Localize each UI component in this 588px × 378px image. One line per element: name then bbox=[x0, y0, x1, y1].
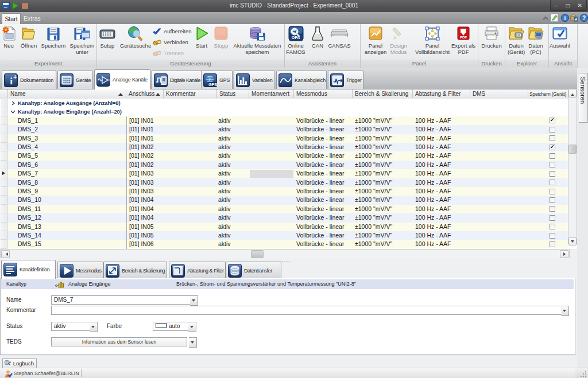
svg-text:+: + bbox=[13, 73, 17, 80]
svg-text:i: i bbox=[10, 76, 13, 87]
svg-text:imc: imc bbox=[4, 6, 7, 9]
svg-text:i: i bbox=[564, 15, 566, 21]
svg-text:GPS: GPS bbox=[208, 81, 217, 87]
svg-text:OFA: OFA bbox=[291, 36, 299, 40]
svg-text:PDF: PDF bbox=[460, 36, 467, 39]
svg-text:?: ? bbox=[582, 15, 586, 21]
